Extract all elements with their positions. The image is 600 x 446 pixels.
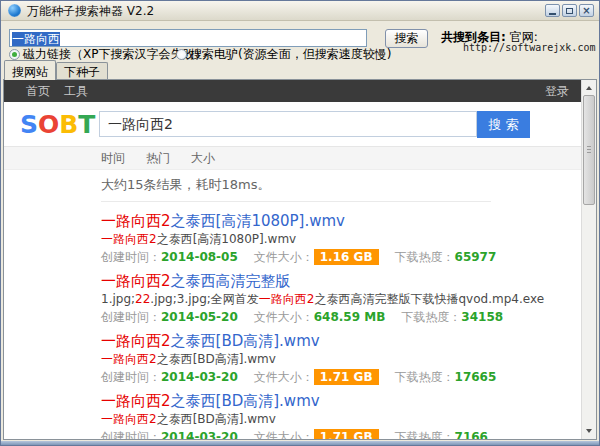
download-heat-value: 17665 [455,370,497,384]
meta-label: 创建时间： [101,250,161,264]
result-subtitle: 一路向西2之泰西[BD高清].wmv [101,352,491,367]
highlighted-keyword: 一路向西2 [259,292,315,306]
meta-group: 创建时间：2014-03-20 [101,430,238,439]
results-list: 一路向西2之泰西[高清1080P].wmv一路向西2之泰西[高清1080P].w… [101,212,491,439]
result-item: 一路向西2之泰西[BD高清].wmv一路向西2之泰西[BD高清].wmv创建时间… [101,392,491,439]
nav-login-link[interactable]: 登录 [545,83,569,100]
sort-by-hot-link[interactable]: 热门 [146,150,170,167]
app-search-input[interactable]: 一路向西 [9,29,367,47]
text-part: 之泰西[BD高清].wmv [171,332,320,350]
window-title: 万能种子搜索神器 V2.2 [27,1,154,21]
official-site-url[interactable]: http://softwarejxk.com [463,42,595,53]
scrollbar-thumb[interactable] [583,95,595,205]
created-date-value: 2014-03-20 [161,370,238,384]
radio-edonkey-label: 搜索电驴(资源全面，但搜索速度较慢) [190,46,391,63]
results-summary: 大约15条结果，耗时18ms。 [101,176,491,193]
vertical-scrollbar[interactable] [581,80,596,439]
meta-label: 文件大小： [254,310,314,324]
meta-label: 下载热度： [395,250,455,264]
result-title-link[interactable]: 一路向西2之泰西[高清1080P].wmv [101,212,491,230]
web-content: 首页 工具 登录 SOBT 一路向西2 搜 索 时间 热门 大小 大约15条结果… [4,80,581,439]
meta-group: 下载热度：17665 [395,370,497,384]
meta-group: 文件大小：1.16 GB [254,250,379,264]
results-divider [101,201,491,202]
result-item: 一路向西2之泰西高清完整版1.jpg;22.jpg;3.jpg;全网首发一路向西… [101,272,491,325]
meta-label: 下载热度： [395,370,455,384]
highlighted-keyword: 一路向西2 [101,332,171,350]
sort-by-time-link[interactable]: 时间 [101,150,125,167]
meta-group: 文件大小：1.71 GB [254,430,379,439]
meta-label: 文件大小： [254,430,314,439]
result-subtitle: 一路向西2之泰西[BD高清].wmv [101,412,491,427]
result-subtitle: 一路向西2之泰西[高清1080P].wmv [101,232,491,247]
result-title-link[interactable]: 一路向西2之泰西高清完整版 [101,272,491,290]
result-item: 一路向西2之泰西[BD高清].wmv一路向西2之泰西[BD高清].wmv创建时间… [101,332,491,385]
scroll-down-button[interactable] [582,424,596,439]
result-meta: 创建时间：2014-03-20文件大小：1.71 GB下载热度：17665 [101,369,491,385]
nav-tools-link[interactable]: 工具 [64,83,88,100]
site-search-button[interactable]: 搜 索 [477,111,530,138]
text-part: 之泰西[BD高清].wmv [157,352,276,366]
result-meta: 创建时间：2014-03-20文件大小：1.71 GB下载热度：7166 [101,429,491,439]
radio-selected-icon [9,49,20,60]
text-part: 1.jpg; [101,292,135,306]
meta-group: 创建时间：2014-05-20 [101,310,238,324]
created-date-value: 2014-03-20 [161,430,238,439]
text-part: 之泰西[BD高清].wmv [171,392,320,410]
text-part: 之泰西[BD高清].wmv [157,412,276,426]
meta-group: 下载热度：34158 [401,310,503,324]
text-part: 之泰西[高清1080P].wmv [157,232,297,246]
meta-group: 文件大小：1.71 GB [254,370,379,384]
scroll-up-button[interactable] [582,80,596,95]
nav-home-link[interactable]: 首页 [26,83,50,100]
logo-letter: S [20,110,38,139]
logo-letter: B [59,110,78,139]
file-size-value: 1.71 GB [314,429,379,439]
result-title-link[interactable]: 一路向西2之泰西[BD高清].wmv [101,392,491,410]
titlebar: 万能种子搜索神器 V2.2 × [1,1,599,21]
selected-text: 一路向西 [12,32,60,46]
meta-label: 创建时间： [101,430,161,439]
meta-label: 下载热度： [395,430,455,439]
text-part: 之泰西高清完整版下载快播qvod.mp4.exe [314,292,544,306]
meta-group: 创建时间：2014-08-05 [101,250,238,264]
logo-letter: O [38,110,59,139]
browser-panel: 首页 工具 登录 SOBT 一路向西2 搜 索 时间 热门 大小 大约15条结果… [3,79,597,440]
app-globe-icon [8,4,21,17]
meta-label: 创建时间： [101,310,161,324]
text-part: .jpg;3.jpg;全网首发 [150,292,259,306]
result-meta: 创建时间：2014-05-20文件大小：648.59 MB下载热度：34158 [101,309,491,325]
meta-group: 文件大小：648.59 MB [254,310,386,324]
tab-download-torrent[interactable]: 下种子 [56,62,108,79]
results-area: 大约15条结果，耗时18ms。 一路向西2之泰西[高清1080P].wmv一路向… [4,170,581,439]
highlighted-keyword: 一路向西2 [101,412,157,426]
result-item: 一路向西2之泰西[高清1080P].wmv一路向西2之泰西[高清1080P].w… [101,212,491,265]
highlighted-keyword: 一路向西2 [101,392,171,410]
highlighted-keyword: 一路向西2 [101,352,157,366]
close-button[interactable]: × [579,4,594,17]
text-part: 之泰西[高清1080P].wmv [171,212,345,230]
meta-group: 下载热度：65977 [395,250,497,264]
close-icon: × [582,6,590,16]
meta-label: 文件大小： [254,250,314,264]
minimize-button[interactable] [545,4,560,17]
result-subtitle: 1.jpg;22.jpg;3.jpg;全网首发一路向西2之泰西高清完整版下载快播… [101,292,491,307]
text-part: 之泰西高清完整版 [171,272,291,290]
highlighted-keyword: 一路向西2 [101,232,157,246]
meta-label: 下载热度： [401,310,461,324]
sort-by-size-link[interactable]: 大小 [191,150,215,167]
site-search-input[interactable]: 一路向西2 [99,111,477,137]
download-heat-value: 34158 [461,310,503,324]
result-meta: 创建时间：2014-08-05文件大小：1.16 GB下载热度：65977 [101,249,491,265]
result-title-link[interactable]: 一路向西2之泰西[BD高清].wmv [101,332,491,350]
maximize-button[interactable] [562,4,577,17]
file-size-value: 648.59 MB [314,310,386,324]
app-search-button[interactable]: 搜索 [385,29,428,48]
meta-group: 创建时间：2014-03-20 [101,370,238,384]
radio-edonkey[interactable]: 搜索电驴(资源全面，但搜索速度较慢) [176,46,391,63]
window-controls: × [545,4,594,17]
arrow-down-icon [586,429,592,436]
download-heat-value: 7166 [455,430,488,439]
app-window: 万能种子搜索神器 V2.2 × 一路向西 搜索 共搜到条目: 官网: http:… [0,0,600,446]
tab-search-website[interactable]: 搜网站 [4,60,56,80]
